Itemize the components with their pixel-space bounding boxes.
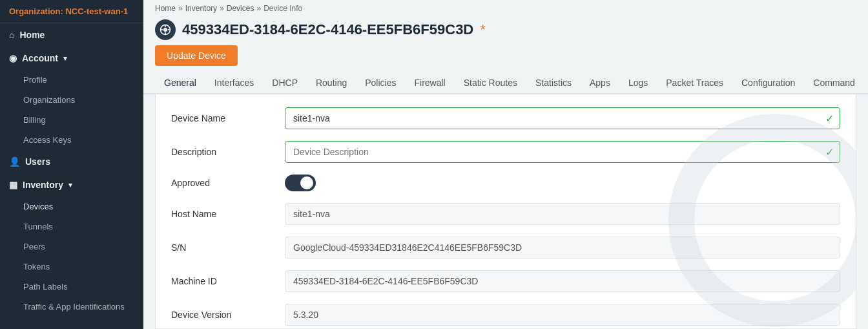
form-row-device-version: Device Version <box>171 304 840 326</box>
users-icon: 👤 <box>9 156 20 167</box>
inventory-label: Inventory <box>23 180 63 190</box>
sidebar-item-peers[interactable]: Peers <box>0 237 143 257</box>
sidebar-item-profile[interactable]: Profile <box>0 70 143 90</box>
device-name-check-icon: ✓ <box>825 112 834 125</box>
breadcrumb: Home » Inventory » Devices » Device Info <box>143 0 868 17</box>
sidebar-item-path-labels[interactable]: Path Labels <box>0 277 143 297</box>
tab-static-routes[interactable]: Static Routes <box>455 72 526 94</box>
inventory-icon: ▦ <box>9 180 17 190</box>
host-name-label: Host Name <box>171 209 274 219</box>
sidebar-item-tunnels[interactable]: Tunnels <box>0 217 143 237</box>
host-name-input <box>285 203 840 225</box>
tab-logs[interactable]: Logs <box>619 72 657 94</box>
breadcrumb-devices[interactable]: Devices <box>227 4 254 13</box>
breadcrumb-home[interactable]: Home <box>155 4 176 13</box>
sn-wrap <box>285 237 840 259</box>
tab-apps[interactable]: Apps <box>581 72 619 94</box>
account-caret: ▾ <box>63 54 67 63</box>
sidebar-item-billing[interactable]: Billing <box>0 110 143 130</box>
tab-packet-traces[interactable]: Packet Traces <box>657 72 732 94</box>
billing-label: Billing <box>23 115 46 125</box>
traffic-label: Traffic & App Identifications <box>23 302 125 312</box>
form-row-host-name: Host Name <box>171 203 840 225</box>
breadcrumb-current: Device Info <box>264 4 302 13</box>
tab-routing[interactable]: Routing <box>307 72 356 94</box>
sidebar-item-traffic[interactable]: Traffic & App Identifications <box>0 297 143 317</box>
tab-configuration[interactable]: Configuration <box>732 72 804 94</box>
machine-id-wrap <box>285 270 840 292</box>
unsaved-indicator: * <box>480 21 486 38</box>
inventory-caret: ▾ <box>68 181 72 189</box>
update-device-button[interactable]: Update Device <box>155 45 238 66</box>
description-input[interactable] <box>285 141 840 163</box>
page-title: 459334ED-3184-6E2C-4146-EE5FB6F59C3D <box>182 21 473 38</box>
page-header: 459334ED-3184-6E2C-4146-EE5FB6F59C3D * <box>143 17 868 45</box>
form-row-description: Description ✓ <box>171 141 840 163</box>
form-row-machine-id: Machine ID <box>171 270 840 292</box>
device-name-input[interactable] <box>285 107 840 129</box>
org-label: Organization: <box>9 6 63 16</box>
tunnels-label: Tunnels <box>23 222 53 231</box>
breadcrumb-sep2: » <box>220 4 224 13</box>
device-version-input <box>285 304 840 326</box>
sidebar: Organization: NCC-test-wan-1 ⌂ Home ◉ Ac… <box>0 0 143 329</box>
form-row-approved: Approved <box>171 175 840 191</box>
breadcrumb-sep1: » <box>178 4 183 13</box>
machine-id-input <box>285 270 840 292</box>
tokens-label: Tokens <box>23 262 50 271</box>
sidebar-item-account[interactable]: ◉ Account ▾ <box>0 47 143 70</box>
sidebar-item-home[interactable]: ⌂ Home <box>0 23 143 47</box>
host-name-wrap <box>285 203 840 225</box>
description-wrap: ✓ <box>285 141 840 163</box>
tab-statistics[interactable]: Statistics <box>526 72 581 94</box>
sidebar-item-access-keys[interactable]: Access Keys <box>0 130 143 150</box>
main-content: Home » Inventory » Devices » Device Info… <box>143 0 868 329</box>
approved-label: Approved <box>171 178 274 188</box>
breadcrumb-inventory[interactable]: Inventory <box>185 4 217 13</box>
form-row-sn: S/N <box>171 237 840 259</box>
device-name-wrap: ✓ <box>285 107 840 129</box>
tab-policies[interactable]: Policies <box>356 72 405 94</box>
profile-label: Profile <box>23 75 47 85</box>
approved-toggle[interactable] <box>285 175 316 191</box>
tab-interfaces[interactable]: Interfaces <box>205 72 263 94</box>
sidebar-item-users[interactable]: 👤 Users <box>0 150 143 173</box>
org-header: Organization: NCC-test-wan-1 <box>0 0 143 23</box>
home-icon: ⌂ <box>9 30 14 40</box>
tabs-bar: GeneralInterfacesDHCPRoutingPoliciesFire… <box>143 72 868 94</box>
svg-point-1 <box>163 28 167 32</box>
users-label: Users <box>25 156 50 167</box>
account-label: Account <box>22 53 58 63</box>
device-version-label: Device Version <box>171 310 274 320</box>
tab-general[interactable]: General <box>155 72 205 94</box>
content-area: Device Name ✓ Description ✓ Approved Hos… <box>155 94 856 329</box>
sn-input <box>285 237 840 259</box>
sn-label: S/N <box>171 242 274 253</box>
devices-label: Devices <box>23 202 53 211</box>
organizations-label: Organizations <box>23 95 75 105</box>
sidebar-item-devices[interactable]: Devices <box>0 196 143 217</box>
description-label: Description <box>171 147 274 157</box>
device-icon <box>155 19 176 40</box>
sidebar-item-tokens[interactable]: Tokens <box>0 257 143 277</box>
tab-dhcp[interactable]: DHCP <box>263 72 307 94</box>
machine-id-label: Machine ID <box>171 276 274 286</box>
sidebar-item-organizations[interactable]: Organizations <box>0 90 143 110</box>
breadcrumb-sep3: » <box>256 4 261 13</box>
org-name: NCC-test-wan-1 <box>65 6 128 16</box>
tab-firewall[interactable]: Firewall <box>405 72 454 94</box>
home-label: Home <box>19 30 45 40</box>
description-check-icon: ✓ <box>825 146 834 158</box>
path-labels-label: Path Labels <box>23 282 68 292</box>
account-icon: ◉ <box>9 53 17 63</box>
tab-command[interactable]: Command <box>804 72 864 94</box>
approved-toggle-wrap <box>285 175 316 191</box>
device-version-wrap <box>285 304 840 326</box>
peers-label: Peers <box>23 242 45 251</box>
form-row-device-name: Device Name ✓ <box>171 107 840 129</box>
access-keys-label: Access Keys <box>23 135 71 145</box>
sidebar-item-inventory[interactable]: ▦ Inventory ▾ <box>0 173 143 196</box>
device-name-label: Device Name <box>171 113 274 123</box>
